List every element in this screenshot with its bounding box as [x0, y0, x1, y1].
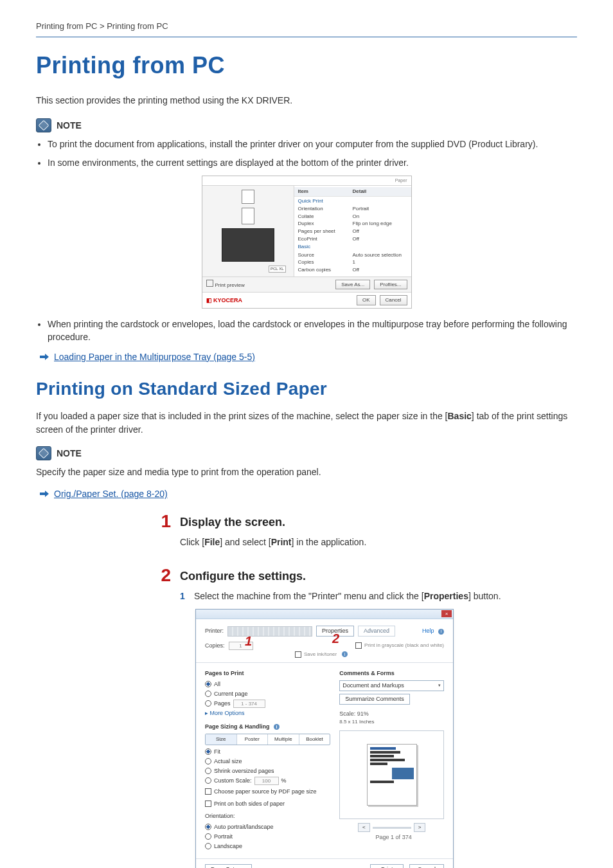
callout-2: 2 — [332, 629, 339, 648]
cancel-button[interactable]: Cancel — [380, 295, 407, 305]
driver-settings-panel: Paper PCL XL ItemDetail Quick Print Orie… — [202, 176, 412, 309]
seg-booklet: Booklet — [299, 734, 330, 745]
pages-to-print-heading: Pages to Print — [205, 669, 330, 678]
callout-1: 1 — [245, 632, 252, 651]
prev-page-button[interactable]: < — [358, 823, 370, 832]
paper-dim-readout: 8.5 x 11 Inches — [339, 718, 444, 726]
help-link[interactable]: Help i — [422, 627, 444, 635]
note-item: In some environments, the current settin… — [48, 156, 577, 169]
note-icon — [36, 118, 51, 132]
radio-custom-scale[interactable]: Custom Scale: 100 % — [205, 777, 330, 785]
note-label: NOTE — [57, 447, 82, 460]
step-title-2: Configure the settings. — [180, 568, 577, 584]
custom-scale-input[interactable]: 100 — [254, 777, 279, 785]
save-as-button[interactable]: Save As... — [335, 280, 370, 290]
seg-size: Size — [206, 734, 237, 745]
copies-label: Copies: — [205, 642, 225, 650]
pages-range-input[interactable]: 1 - 374 — [233, 700, 265, 708]
radio-all[interactable]: All — [205, 680, 330, 689]
header-rule — [36, 37, 577, 37]
radio-actual[interactable]: Actual size — [205, 757, 330, 766]
step-title-1: Display the screen. — [180, 514, 577, 530]
save-toner-checkbox[interactable]: Save ink/toner i — [295, 651, 444, 658]
step-substep-1: 1 Select the machine from the "Printer" … — [180, 590, 577, 602]
page-slider[interactable] — [373, 827, 411, 829]
info-icon: i — [342, 651, 348, 657]
seg-poster: Poster — [237, 734, 269, 745]
info-icon: i — [438, 629, 444, 635]
radio-shrink[interactable]: Shrink oversized pages — [205, 767, 330, 775]
page-preview — [339, 730, 444, 819]
ok-button[interactable]: OK — [357, 295, 376, 305]
choose-paper-checkbox[interactable]: Choose paper source by PDF page size — [205, 788, 330, 796]
panel-tab: Paper — [202, 176, 411, 186]
note-list-a: To print the document from applications,… — [36, 138, 577, 169]
print-preview-checkbox[interactable]: Print preview — [206, 280, 245, 289]
radio-portrait[interactable]: Portrait — [205, 833, 330, 841]
page-setup-button[interactable]: Page Setup... — [205, 864, 252, 868]
radio-pages[interactable]: Pages 1 - 374 — [205, 700, 330, 708]
both-sides-checkbox[interactable]: Print on both sides of paper — [205, 800, 330, 808]
xref-multipurpose-tray[interactable]: Loading Paper in the Multipurpose Tray (… — [54, 350, 255, 363]
note-item: To print the document from applications,… — [48, 138, 577, 150]
grayscale-checkbox[interactable]: Print in grayscale (black and white) — [355, 642, 444, 649]
next-page-button[interactable]: > — [414, 823, 426, 832]
note-list-b: When printing the cardstock or envelopes… — [36, 318, 577, 344]
more-options-toggle[interactable]: ▸ More Options — [205, 709, 330, 718]
arrow-right-icon — [40, 489, 49, 498]
printer-label: Printer: — [205, 627, 224, 635]
info-icon: i — [274, 724, 280, 730]
step-number-2: 2 — [145, 566, 171, 868]
radio-landscape[interactable]: Landscape — [205, 842, 330, 851]
group-basic: Basic — [294, 242, 411, 251]
radio-auto-orient[interactable]: Auto portrait/landscape — [205, 823, 330, 831]
page-thumb-icon — [242, 208, 254, 224]
summarize-button[interactable]: Summarize Comments — [339, 694, 410, 705]
scale-readout: Scale: 91% — [339, 710, 444, 718]
step-text-1: Click [File] and select [Print] in the a… — [180, 536, 577, 548]
svg-marker-1 — [40, 491, 49, 497]
sizing-segment[interactable]: Size Poster Multiple Booklet — [205, 734, 330, 745]
breadcrumb: Printing from PC > Printing from PC — [36, 21, 577, 33]
seg-multiple: Multiple — [268, 734, 299, 745]
arrow-right-icon — [40, 352, 49, 361]
page-title: Printing from PC — [36, 49, 577, 82]
radio-fit[interactable]: Fit — [205, 748, 330, 756]
pcl-badge: PCL XL — [269, 266, 285, 273]
section-text: If you loaded a paper size that is inclu… — [36, 410, 577, 436]
print-button[interactable]: Print — [370, 864, 404, 868]
group-quickprint: Quick Print — [294, 197, 411, 206]
advanced-button[interactable]: Advanced — [358, 626, 395, 637]
page-of-label: Page 1 of 374 — [343, 833, 444, 842]
note-item: When printing the cardstock or envelopes… — [48, 318, 577, 344]
xref-orig-paper-set[interactable]: Orig./Paper Set. (page 8-20) — [54, 487, 168, 500]
printer-select[interactable] — [227, 626, 312, 637]
close-icon[interactable]: × — [441, 610, 452, 617]
step-number-1: 1 — [145, 512, 171, 555]
radio-current-page[interactable]: Current page — [205, 690, 330, 698]
printer-preview-image — [222, 228, 274, 262]
note2-text: Specify the paper size and media type to… — [36, 466, 577, 478]
page-thumb-icon — [242, 190, 254, 204]
section-title: Printing on Standard Sized Paper — [36, 376, 577, 402]
sizing-heading: Page Sizing & Handling i — [205, 723, 330, 731]
comments-heading: Comments & Forms — [339, 669, 444, 678]
intro-text: This section provides the printing metho… — [36, 94, 577, 107]
dialog-title-bar: × — [196, 610, 453, 619]
svg-marker-0 — [40, 354, 49, 360]
cancel-button[interactable]: Cancel — [409, 864, 444, 868]
col-detail: Detail — [353, 188, 407, 195]
note-icon — [36, 446, 51, 460]
brand-logo: KYOCERA — [206, 296, 243, 305]
profiles-button[interactable]: Profiles... — [374, 280, 407, 290]
note-label: NOTE — [57, 119, 82, 132]
print-dialog: × Printer: Properties Advanced Help i 1 … — [195, 609, 454, 868]
col-item: Item — [298, 188, 353, 195]
comments-dropdown[interactable]: Document and Markups▾ — [339, 680, 444, 691]
orientation-label: Orientation: — [205, 812, 330, 820]
